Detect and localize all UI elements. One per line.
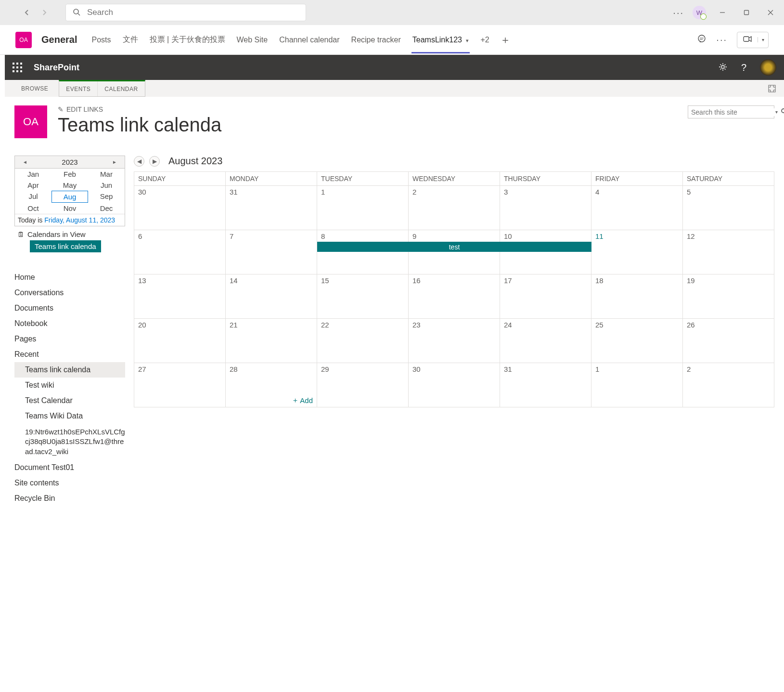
- global-search[interactable]: [65, 4, 306, 21]
- calendar-prev-button[interactable]: ◀: [134, 156, 144, 167]
- calendar-cell[interactable]: 15: [317, 274, 409, 319]
- calendar-next-button[interactable]: ▶: [149, 156, 160, 167]
- calendar-cell[interactable]: 10: [500, 230, 591, 274]
- mini-month-apr[interactable]: Apr: [15, 180, 51, 191]
- nav-item[interactable]: Notebook: [14, 316, 125, 331]
- ribbon-tab-events[interactable]: EVENTS: [59, 81, 98, 96]
- calendar-cell[interactable]: 12: [683, 230, 774, 274]
- mini-month-jul[interactable]: Jul: [15, 191, 51, 203]
- nav-back-button[interactable]: [19, 5, 35, 20]
- help-icon[interactable]: ?: [741, 62, 746, 73]
- calendars-in-view-header[interactable]: 🗓 Calendars in View: [17, 230, 125, 238]
- meet-button[interactable]: ▾: [737, 32, 769, 48]
- calendar-cell[interactable]: 9: [409, 230, 500, 274]
- nav-item[interactable]: Teams link calenda: [14, 362, 125, 378]
- tab-teamslink123[interactable]: TeamsLink123 ▾: [411, 36, 470, 44]
- maximize-button[interactable]: [739, 5, 754, 20]
- app-launcher-icon[interactable]: [13, 63, 22, 72]
- mini-month-nov[interactable]: Nov: [51, 203, 88, 214]
- calendar-cell[interactable]: 14: [226, 274, 317, 319]
- site-search-input[interactable]: [691, 108, 775, 116]
- mini-month-may[interactable]: May: [51, 180, 88, 191]
- calendar-view-chip[interactable]: Teams link calenda: [30, 240, 101, 252]
- user-avatar[interactable]: W: [693, 6, 706, 19]
- mini-month-sep[interactable]: Sep: [88, 191, 125, 203]
- nav-item[interactable]: Documents: [14, 300, 125, 316]
- calendar-cell[interactable]: 7: [226, 230, 317, 274]
- close-button[interactable]: [763, 5, 778, 20]
- sp-user-avatar[interactable]: [760, 59, 776, 76]
- nav-item[interactable]: Conversations: [14, 285, 125, 300]
- team-badge[interactable]: OA: [15, 32, 32, 48]
- calendar-cell[interactable]: 1: [591, 363, 683, 407]
- calendar-cell[interactable]: 29: [317, 363, 409, 407]
- calendar-cell[interactable]: 16: [409, 274, 500, 319]
- tab-posts[interactable]: Posts: [90, 36, 112, 44]
- nav-item[interactable]: Test wiki: [14, 378, 125, 393]
- minimize-button[interactable]: [715, 5, 730, 20]
- today-link[interactable]: Friday, August 11, 2023: [44, 216, 115, 224]
- calendar-cell[interactable]: 2: [409, 186, 500, 230]
- calendar-cell[interactable]: 4: [591, 186, 683, 230]
- calendar-cell[interactable]: 20: [134, 319, 226, 363]
- nav-item[interactable]: Test Calendar: [14, 393, 125, 408]
- site-badge[interactable]: OA: [14, 105, 47, 138]
- calendar-cell[interactable]: 5: [683, 186, 774, 230]
- nav-item[interactable]: Pages: [14, 331, 125, 347]
- calendar-cell[interactable]: 31: [500, 363, 591, 407]
- calendar-cell[interactable]: 23: [409, 319, 500, 363]
- calendar-cell[interactable]: 28＋Add: [226, 363, 317, 407]
- nav-item[interactable]: Home: [14, 270, 125, 285]
- search-icon[interactable]: [781, 108, 784, 116]
- calendar-cell[interactable]: 8test: [317, 230, 409, 274]
- mini-cal-prev-button[interactable]: ◄: [19, 157, 31, 167]
- calendar-cell[interactable]: 18: [591, 274, 683, 319]
- search-input[interactable]: [87, 8, 299, 17]
- nav-item[interactable]: Site contents: [14, 475, 125, 491]
- edit-links-button[interactable]: ✎ EDIT LINKS: [58, 105, 221, 113]
- mini-month-dec[interactable]: Dec: [88, 203, 125, 214]
- nav-item[interactable]: Recycle Bin: [14, 491, 125, 506]
- calendar-cell[interactable]: 17: [500, 274, 591, 319]
- sharepoint-brand[interactable]: SharePoint: [34, 63, 79, 73]
- calendar-cell[interactable]: 6: [134, 230, 226, 274]
- nav-forward-button[interactable]: [37, 5, 52, 20]
- ribbon-tab-calendar[interactable]: CALENDAR: [98, 81, 144, 96]
- calendar-cell[interactable]: 13: [134, 274, 226, 319]
- mini-month-feb[interactable]: Feb: [51, 169, 88, 180]
- calendar-cell[interactable]: 26: [683, 319, 774, 363]
- chat-icon[interactable]: [697, 34, 707, 45]
- calendar-cell[interactable]: 2: [683, 363, 774, 407]
- tabs-overflow[interactable]: +2: [479, 36, 490, 44]
- tab-files[interactable]: 文件: [122, 35, 139, 45]
- tab-recipe-tracker[interactable]: Recipe tracker: [350, 36, 402, 44]
- calendar-cell[interactable]: 25: [591, 319, 683, 363]
- calendar-cell[interactable]: 30: [409, 363, 500, 407]
- mini-month-jun[interactable]: Jun: [88, 180, 125, 191]
- ribbon-tab-browse[interactable]: BROWSE: [14, 80, 55, 97]
- calendar-cell[interactable]: 22: [317, 319, 409, 363]
- calendar-cell[interactable]: 11: [591, 230, 683, 274]
- mini-month-oct[interactable]: Oct: [15, 203, 51, 214]
- tab-more-button[interactable]: ···: [716, 34, 727, 45]
- chevron-down-icon[interactable]: ▾: [758, 37, 768, 42]
- more-menu-button[interactable]: ···: [673, 7, 684, 18]
- mini-month-mar[interactable]: Mar: [88, 169, 125, 180]
- site-search[interactable]: ▾: [688, 105, 774, 118]
- mini-cal-next-button[interactable]: ►: [108, 157, 121, 167]
- calendar-event[interactable]: test: [317, 242, 591, 252]
- calendar-cell[interactable]: 31: [226, 186, 317, 230]
- calendar-cell[interactable]: 19: [683, 274, 774, 319]
- calendar-cell[interactable]: 3: [500, 186, 591, 230]
- focus-content-icon[interactable]: [768, 80, 784, 97]
- nav-item[interactable]: Teams Wiki Data: [14, 408, 125, 424]
- add-tab-button[interactable]: ＋: [500, 33, 511, 47]
- nav-item[interactable]: Document Test01: [14, 460, 125, 475]
- mini-month-aug[interactable]: Aug: [51, 191, 88, 203]
- chevron-down-icon[interactable]: ▾: [775, 109, 778, 115]
- tab-website[interactable]: Web Site: [236, 36, 269, 44]
- calendar-cell[interactable]: 30: [134, 186, 226, 230]
- calendar-cell[interactable]: 1: [317, 186, 409, 230]
- calendar-cell[interactable]: 21: [226, 319, 317, 363]
- settings-icon[interactable]: [718, 62, 728, 73]
